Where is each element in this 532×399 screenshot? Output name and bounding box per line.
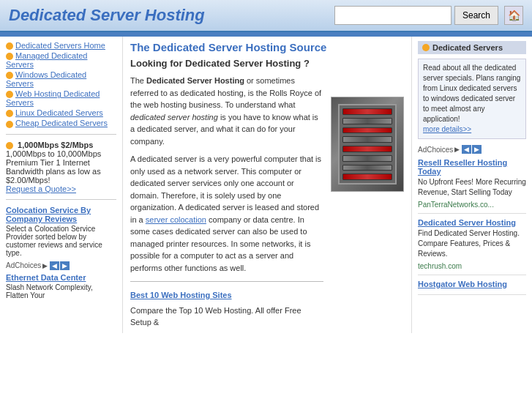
main-content-area: The Dedicated Server Hosting or sometime… [130, 75, 404, 329]
sidebar-divider2 [6, 199, 116, 200]
rack-unit-4 [342, 136, 392, 143]
layout: Dedicated Servers Home Managed Dedicated… [0, 37, 532, 333]
sidebar-item-dedicated-servers-home[interactable]: Dedicated Servers Home [6, 41, 116, 50]
sidebar-item-managed-dedicated[interactable]: Managed Dedicated Servers [6, 51, 116, 69]
italic-dedicated-server-hosting: dedicated server hosting [130, 113, 218, 122]
bullet-icon [6, 42, 13, 50]
rs-adchoices-triangle: ▶ [454, 146, 460, 153]
search-input[interactable] [334, 6, 452, 25]
rack-unit-2 [342, 118, 392, 124]
server-rack [338, 104, 397, 184]
main-title: The Dedicated Server Hosting Source [130, 41, 404, 53]
paragraph1: The Dedicated Server Hosting or sometime… [130, 75, 323, 147]
rs-ad-1: Resell Reseller Hosting Today No Upfront… [418, 158, 526, 214]
bottom-text: Compare the Top 10 Web Hosting. All offe… [130, 305, 323, 329]
adchoices-bar: AdChoices ▶ ◀ ▶ [6, 261, 116, 270]
sidebar-ad-title[interactable]: Ethernet Data Center [6, 273, 116, 282]
bullet-icon [6, 53, 13, 60]
adchoices-prev[interactable]: ◀ [50, 261, 59, 270]
rs-adchoices-prev[interactable]: ◀ [462, 145, 471, 154]
rs-ad-3: Hostgator Web Hosting [418, 280, 526, 295]
main-subtitle: Looking for Dedicated Server Hosting ? [130, 58, 404, 69]
bold-dedicated-server-hosting: Dedicated Server Hosting [146, 76, 244, 85]
sidebar-item-web-hosting[interactable]: Web Hosting Dedicated Servers [6, 89, 116, 107]
rs-adchoices-bar: AdChoices ▶ ◀ ▶ [418, 145, 526, 154]
main-text: The Dedicated Server Hosting or sometime… [130, 75, 323, 329]
rs-ad-1-desc: No Upfront Fees! More Recurring Revenue,… [418, 177, 526, 198]
rs-icon [422, 44, 430, 51]
bullet-icon [6, 121, 13, 128]
paragraph2: A dedicated server is a very powerful co… [130, 153, 323, 274]
adchoices-next[interactable]: ▶ [60, 261, 70, 270]
sidebar-promo-block: 1,000Mbps $2/Mbps 1,000Mbps to 10,000Mbp… [6, 141, 116, 193]
bullet-icon [6, 91, 13, 98]
adchoices-buttons: ◀ ▶ [50, 261, 70, 270]
main-divider [130, 281, 323, 282]
rack-unit-1 [342, 108, 392, 115]
main-content: The Dedicated Server Hosting Source Look… [123, 37, 411, 333]
home-icon[interactable]: 🏠 [504, 6, 523, 25]
search-button[interactable]: Search [454, 6, 498, 25]
rs-adchoices-next[interactable]: ▶ [472, 145, 482, 154]
sidebar-item-linux-dedicated[interactable]: Linux Dedicated Servers [6, 108, 116, 117]
promo-title: 1,000Mbps $2/Mbps [18, 141, 93, 149]
sidebar-item-cheap-dedicated[interactable]: Cheap Dedicated Servers [6, 119, 116, 127]
colocation-desc: Select a Colocation Service Provider sor… [6, 225, 116, 257]
rack-unit-7 [342, 165, 392, 171]
sidebar-divider [6, 134, 116, 135]
rs-promo-link[interactable]: more details>> [423, 125, 471, 133]
rs-promo-text: Read about all the dedicated server spec… [423, 64, 520, 123]
promo-link[interactable]: Request a Quote>> [6, 184, 76, 193]
server-image [331, 97, 404, 192]
adchoices-label: AdChoices [6, 261, 41, 269]
sidebar-item-windows-dedicated[interactable]: Windows Dedicated Servers [6, 70, 116, 88]
server-colocation-link[interactable]: server colocation [146, 215, 206, 224]
rs-ad-2-source: techrush.com [418, 262, 526, 270]
promo-body: 1,000Mbps to 10,000Mbps Premium Tier 1 I… [6, 149, 101, 184]
rs-adchoices-buttons: ◀ ▶ [462, 145, 482, 154]
rs-ad-1-title[interactable]: Resell Reseller Hosting Today [418, 158, 526, 176]
rs-ad-2-title[interactable]: Dedicated Server Hosting [418, 218, 526, 227]
promo-icon [6, 142, 13, 149]
rs-ad-3-title[interactable]: Hostgator Web Hosting [418, 280, 526, 288]
rack-unit-5 [342, 146, 392, 152]
left-sidebar: Dedicated Servers Home Managed Dedicated… [0, 37, 123, 333]
rs-ad-1-source: PanTerraNetworks.co... [418, 201, 526, 209]
site-title: Dedicated Server Hosting [9, 6, 205, 25]
rs-title: Dedicated Servers [432, 43, 503, 52]
bullet-icon [6, 72, 13, 79]
search-area: Search 🏠 [334, 6, 523, 25]
rs-ad-2-desc: Find Dedicated Server Hosting. Compare F… [418, 228, 526, 259]
rs-ad-2: Dedicated Server Hosting Find Dedicated … [418, 218, 526, 275]
rack-unit-6 [342, 155, 392, 162]
rs-promo-box: Read about all the dedicated server spec… [418, 59, 526, 139]
sidebar-ad-body: Slash Network Complexity, Flatten Your [6, 283, 116, 299]
rack-unit-3 [342, 127, 392, 134]
rs-adchoices-label: AdChoices [418, 146, 453, 154]
bullet-icon [6, 110, 13, 117]
right-sidebar: Dedicated Servers Read about all the ded… [411, 37, 532, 333]
rack-unit-8 [342, 174, 392, 180]
header: Dedicated Server Hosting Search 🏠 [0, 0, 532, 32]
adchoices-triangle: ▶ [42, 262, 48, 269]
sidebar-nav: Dedicated Servers Home Managed Dedicated… [6, 41, 116, 128]
rs-title-bar: Dedicated Servers [418, 41, 526, 54]
colocation-title[interactable]: Colocation Service By Company Reviews [6, 206, 116, 223]
bottom-link[interactable]: Best 10 Web Hosting Sites [130, 289, 323, 302]
